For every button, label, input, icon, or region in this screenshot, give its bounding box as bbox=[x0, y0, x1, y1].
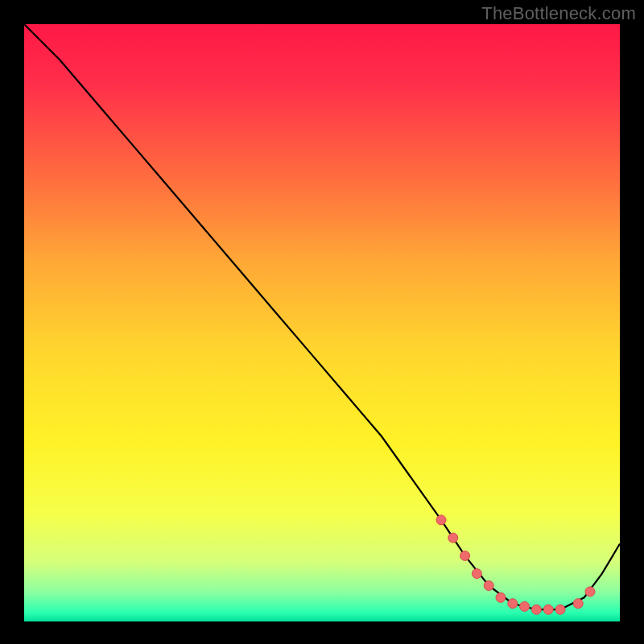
gradient-background bbox=[24, 24, 620, 621]
highlight-dot bbox=[448, 533, 458, 543]
highlight-dot bbox=[520, 601, 530, 611]
watermark-text: TheBottleneck.com bbox=[481, 3, 636, 24]
highlight-dot bbox=[585, 587, 595, 597]
highlight-dot bbox=[555, 605, 565, 614]
highlight-dot bbox=[573, 599, 583, 609]
highlight-dot bbox=[436, 515, 446, 525]
highlight-dot bbox=[508, 599, 518, 609]
chart-container: TheBottleneck.com bbox=[0, 0, 644, 644]
highlight-dot bbox=[472, 569, 481, 579]
highlight-dot bbox=[484, 581, 493, 591]
highlight-dot bbox=[531, 605, 541, 614]
highlight-dot bbox=[460, 551, 470, 560]
highlight-dot bbox=[496, 592, 506, 602]
bottleneck-chart bbox=[0, 0, 644, 644]
highlight-dot bbox=[543, 605, 553, 614]
